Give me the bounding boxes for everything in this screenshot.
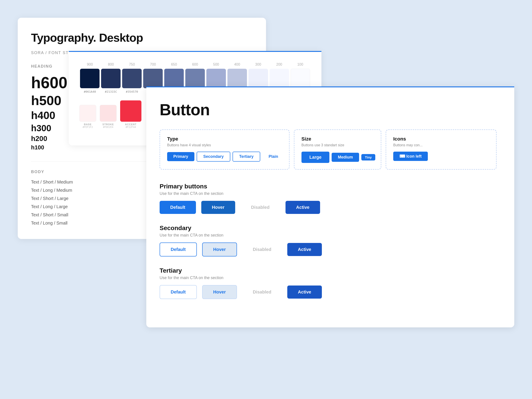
color-set-red: BASE #FEF1F2 STROKE #FDE2E4 ACCENT #F22F… [79,101,141,132]
palette-col-900: 900 #061A40 [79,63,101,93]
overview-box-type: Type Buttons have 4 visual styles Primar… [160,129,290,170]
swatch-hex-red-base: #FEF1F2 [83,126,93,129]
primary-disabled-btn: Disabled [241,201,280,214]
color-swatch-200 [270,69,289,88]
primary-active-btn[interactable]: Active [285,201,320,214]
palette-num: 750 [129,63,135,66]
overview-box-icons: Icons Buttons may con... ⌨ Icon left [386,129,497,170]
type-secondary-btn[interactable]: Secondary [197,152,230,162]
palette-num: 400 [234,63,240,66]
tertiary-buttons-row: Default Hover Disabled Active [160,285,501,299]
tertiary-disabled-btn: Disabled [242,285,282,298]
overview-size-title: Size [301,136,374,142]
palette-col-800: 800 #21315C [101,63,121,93]
swatch-label-red-base: BASE [84,123,92,126]
secondary-disabled-btn: Disabled [242,243,282,256]
color-swatch-650 [164,69,184,88]
button-overview: Type Buttons have 4 visual styles Primar… [160,129,501,170]
tertiary-active-btn[interactable]: Active [287,285,322,298]
color-swatch-100 [291,69,310,88]
color-swatch-750 [122,69,142,88]
color-hex-900: #061A40 [84,90,96,93]
palette-col-750: 750 #354570 [121,63,143,93]
secondary-buttons-row: Default Hover Disabled Active [160,242,501,256]
secondary-section-desc: Use for the main CTA on the section [160,233,501,238]
tertiary-section-title: Tertiary [160,267,501,274]
secondary-section-title: Secondary [160,225,501,232]
secondary-default-btn[interactable]: Default [160,242,197,256]
swatch-box-red-base [79,105,96,122]
button-card-title: Button [160,101,501,119]
secondary-buttons-section: Secondary Use for the main CTA on the se… [160,225,501,256]
size-large-btn[interactable]: Large [301,152,329,163]
primary-hover-btn[interactable]: Hover [201,201,235,214]
color-swatch-400 [228,69,247,88]
type-plain-btn[interactable]: Plain [262,152,284,161]
palette-num: 500 [213,63,219,66]
typography-title: Typography. Desktop [31,31,253,44]
tertiary-buttons-section: Tertiary Use for the main CTA on the sec… [160,267,501,299]
swatch-red-accent: ACCENT #F22F44 [120,101,141,129]
secondary-active-btn[interactable]: Active [287,243,322,256]
overview-type-buttons: Primary Secondary Tertiary Plain [167,152,282,162]
primary-buttons-row: Default Hover Disabled Active [160,201,501,214]
color-set-red-row: BASE #FEF1F2 STROKE #FDE2E4 ACCENT #F22F… [79,101,141,129]
swatch-hex-red-stroke: #FDE2E4 [103,126,113,129]
overview-size-buttons: Large Medium Tiny [301,152,374,163]
primary-buttons-section: Primary buttons Use for the main CTA on … [160,183,501,214]
type-primary-btn[interactable]: Primary [167,152,194,161]
palette-num: 200 [276,63,282,66]
swatch-box-red-accent [120,101,141,122]
color-swatch-500 [206,69,226,88]
size-medium-btn[interactable]: Medium [332,153,359,162]
button-card: Button Type Buttons have 4 visual styles… [146,86,514,327]
overview-icons-desc: Buttons may con... [393,143,489,147]
color-swatch-800 [101,69,120,88]
palette-num: 300 [255,63,261,66]
page-wrapper: Typography. Desktop SORA / FONT STYLES H… [0,0,532,399]
type-tertiary-btn[interactable]: Tertiary [233,152,260,162]
primary-default-btn[interactable]: Default [160,201,196,214]
swatch-label-red-accent: ACCENT [125,123,137,126]
overview-type-title: Type [167,136,282,142]
icon-left-btn[interactable]: ⌨ Icon left [393,152,428,161]
tertiary-hover-btn[interactable]: Hover [202,285,237,299]
palette-num: 700 [150,63,156,66]
primary-section-title: Primary buttons [160,183,501,190]
primary-section-desc: Use for the main CTA on the section [160,191,501,196]
swatch-box-red-stroke [100,105,117,122]
color-swatch-900 [80,69,100,88]
color-swatch-700 [143,69,163,88]
palette-num: 100 [297,63,303,66]
tertiary-section-desc: Use for the main CTA on the section [160,276,501,280]
palette-num: 800 [108,63,114,66]
swatch-red-stroke: STROKE #FDE2E4 [100,105,117,129]
swatch-hex-red-accent: #F22F44 [126,126,136,129]
overview-box-size: Size Buttons use 3 standart size Large M… [294,129,381,170]
palette-num: 900 [87,63,93,66]
overview-icons-buttons: ⌨ Icon left [393,152,489,161]
color-swatch-600 [185,69,205,88]
size-tiny-btn[interactable]: Tiny [361,154,375,160]
tertiary-default-btn[interactable]: Default [160,285,197,299]
overview-icons-title: Icons [393,136,489,142]
color-hex-750: #354570 [126,90,138,93]
swatch-label-red-stroke: STROKE [102,123,114,126]
palette-num: 600 [192,63,198,66]
color-hex-800: #21315C [105,90,117,93]
palette-num: 650 [171,63,177,66]
overview-type-desc: Buttons have 4 visual styles [167,143,282,147]
swatch-red-base: BASE #FEF1F2 [79,105,96,129]
overview-size-desc: Buttons use 3 standart size [301,143,374,147]
color-swatch-300 [248,69,268,88]
secondary-hover-btn[interactable]: Hover [202,242,237,256]
